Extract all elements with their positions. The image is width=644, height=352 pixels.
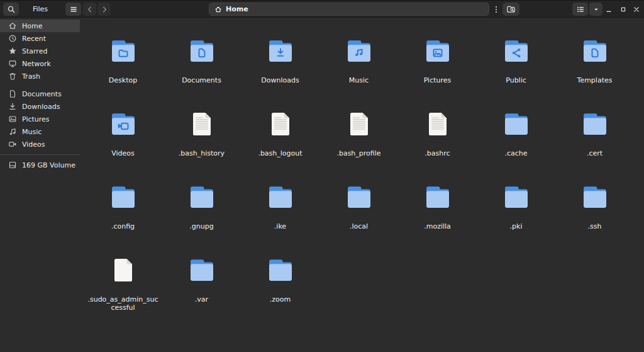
file-item[interactable]: Documents — [162, 36, 241, 109]
sidebar-item-videos[interactable]: Videos — [0, 138, 80, 150]
file-item[interactable]: Downloads — [241, 36, 319, 109]
folder-icon — [423, 36, 453, 66]
file-label: .gnupg — [189, 222, 213, 230]
star-icon — [8, 47, 17, 55]
view-sort-dropdown-button[interactable] — [589, 3, 602, 16]
sidebar-separator — [0, 154, 80, 155]
trash-icon — [8, 72, 17, 81]
sidebar-item-documents[interactable]: Documents — [0, 88, 80, 100]
file-item[interactable]: .pki — [477, 182, 555, 255]
folder-icon — [187, 36, 217, 66]
file-item[interactable]: .ssh — [555, 182, 634, 255]
dropdown-icon — [592, 6, 600, 13]
folder-icon — [423, 182, 453, 212]
sidebar-item-network[interactable]: Network — [0, 57, 80, 70]
file-item[interactable]: .bash_history — [162, 109, 241, 182]
sidebar-item-recent[interactable]: Recent — [0, 32, 80, 45]
sidebar-item-pictures[interactable]: Pictures — [0, 113, 80, 125]
file-item[interactable]: .bash_logout — [241, 109, 319, 182]
file-item[interactable]: .mozilla — [398, 182, 477, 255]
maximize-icon — [619, 5, 628, 14]
network-icon — [8, 59, 17, 68]
file-item[interactable]: Pictures — [398, 36, 477, 109]
file-icon — [265, 109, 296, 139]
file-label: Videos — [111, 149, 135, 157]
minimize-button[interactable] — [603, 3, 614, 16]
current-location: Home — [226, 5, 248, 13]
forward-button[interactable] — [97, 3, 111, 16]
file-label: .pki — [510, 222, 523, 230]
folder-icon — [108, 36, 138, 66]
file-item[interactable]: .ike — [241, 182, 319, 255]
list-view-toggle-button[interactable] — [572, 3, 588, 16]
home-icon — [214, 6, 222, 13]
sidebar-item-home[interactable]: Home — [0, 20, 80, 32]
file-item[interactable]: .config — [84, 182, 162, 255]
minimize-icon — [604, 5, 613, 14]
main-menu-button[interactable] — [65, 3, 81, 16]
sidebar-item-label: Documents — [22, 90, 62, 98]
folder-icon — [187, 182, 217, 212]
sidebar-item-volume[interactable]: 169 GB Volume — [0, 159, 80, 171]
folder-icon — [344, 36, 374, 66]
file-grid: Desktop Documents Downloads Music Pictur… — [80, 18, 644, 328]
file-item[interactable]: Desktop — [84, 36, 162, 109]
file-label: .bashrc — [425, 149, 450, 157]
folder-icon — [501, 109, 531, 139]
close-button[interactable] — [631, 3, 642, 16]
sidebar-item-starred[interactable]: Starred — [0, 45, 80, 57]
video-icon — [8, 140, 17, 149]
file-item[interactable]: .bash_profile — [319, 109, 398, 182]
clock-icon — [8, 34, 17, 43]
sidebar: Home Recent Starred Network Trash Docume… — [0, 18, 80, 352]
path-bar[interactable]: Home — [209, 3, 489, 16]
file-label: .bash_logout — [258, 149, 302, 157]
back-button[interactable] — [83, 3, 96, 16]
picture-icon — [8, 115, 17, 123]
app-title: Files — [23, 1, 58, 18]
file-label: .cache — [504, 149, 527, 157]
view-options-button[interactable] — [491, 3, 501, 16]
file-icon — [187, 109, 217, 139]
file-browser-pane: Desktop Documents Downloads Music Pictur… — [80, 18, 644, 352]
folder-icon — [108, 182, 138, 212]
file-item[interactable]: .sudo_as_admin_successful — [84, 255, 162, 328]
forward-icon — [100, 5, 109, 14]
file-item[interactable]: Videos — [84, 109, 162, 182]
file-label: Templates — [577, 76, 613, 84]
file-label: .sudo_as_admin_successful — [87, 295, 160, 312]
file-icon — [423, 109, 453, 139]
titlebar: Files Home — [0, 0, 644, 18]
file-label: Music — [349, 76, 369, 84]
folder-icon — [580, 109, 610, 139]
disk-icon — [8, 161, 17, 169]
file-item[interactable]: Templates — [555, 36, 634, 109]
folder-icon — [501, 182, 531, 212]
sidebar-item-label: Downloads — [22, 103, 60, 111]
folder-icon — [580, 182, 610, 212]
file-item[interactable]: .local — [319, 182, 398, 255]
sidebar-item-label: Trash — [22, 72, 40, 81]
file-item[interactable]: .bashrc — [398, 109, 477, 182]
file-label: Public — [506, 76, 526, 84]
sidebar-item-downloads[interactable]: Downloads — [0, 100, 80, 113]
close-icon — [632, 5, 641, 14]
file-item[interactable]: Music — [319, 36, 398, 109]
file-item[interactable]: .gnupg — [162, 182, 241, 255]
file-item[interactable]: .cache — [477, 109, 555, 182]
sidebar-item-label: Starred — [22, 47, 47, 55]
file-label: .config — [111, 222, 135, 230]
search-button[interactable] — [3, 3, 19, 16]
maximize-button[interactable] — [618, 3, 629, 16]
file-item[interactable]: .cert — [555, 109, 634, 182]
sidebar-item-music[interactable]: Music — [0, 125, 80, 138]
new-tab-search-button[interactable] — [502, 3, 519, 16]
document-icon — [8, 89, 17, 98]
file-item[interactable]: .var — [162, 255, 241, 328]
file-item[interactable]: .zoom — [241, 255, 319, 328]
file-label: .mozilla — [424, 222, 451, 230]
file-item[interactable]: Public — [477, 36, 555, 109]
sidebar-item-trash[interactable]: Trash — [0, 70, 80, 82]
kebab-menu-icon — [492, 5, 501, 14]
folder-icon — [108, 109, 138, 139]
